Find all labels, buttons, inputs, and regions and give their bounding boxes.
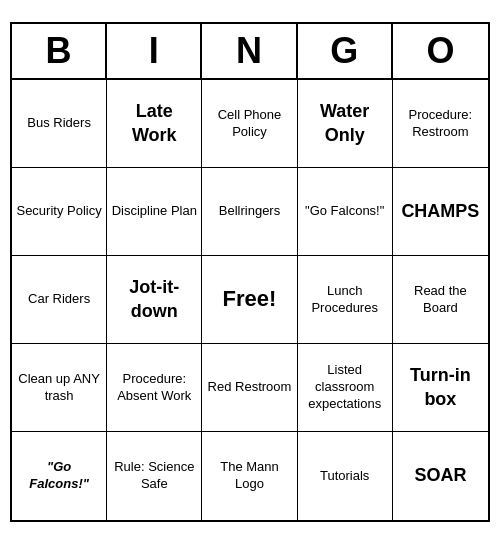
bingo-cell-24: SOAR — [393, 432, 488, 520]
bingo-cell-16: Procedure: Absent Work — [107, 344, 202, 432]
bingo-cell-6: Discipline Plan — [107, 168, 202, 256]
bingo-cell-0: Bus Riders — [12, 80, 107, 168]
bingo-cell-2: Cell Phone Policy — [202, 80, 297, 168]
bingo-cell-19: Turn-in box — [393, 344, 488, 432]
bingo-cell-13: Lunch Procedures — [298, 256, 393, 344]
bingo-cell-4: Procedure: Restroom — [393, 80, 488, 168]
bingo-cell-5: Security Policy — [12, 168, 107, 256]
bingo-letter: B — [12, 24, 107, 78]
bingo-cell-7: Bellringers — [202, 168, 297, 256]
bingo-letter: I — [107, 24, 202, 78]
bingo-letter: O — [393, 24, 488, 78]
bingo-card: BINGO Bus RidersLate WorkCell Phone Poli… — [10, 22, 490, 522]
bingo-cell-17: Red Restroom — [202, 344, 297, 432]
bingo-cell-11: Jot-it-down — [107, 256, 202, 344]
bingo-grid: Bus RidersLate WorkCell Phone PolicyWate… — [12, 80, 488, 520]
bingo-cell-18: Listed classroom expectations — [298, 344, 393, 432]
bingo-cell-20: "Go Falcons!" — [12, 432, 107, 520]
bingo-cell-3: Water Only — [298, 80, 393, 168]
bingo-cell-21: Rule: Science Safe — [107, 432, 202, 520]
bingo-cell-15: Clean up ANY trash — [12, 344, 107, 432]
bingo-letter: G — [298, 24, 393, 78]
bingo-cell-8: "Go Falcons!" — [298, 168, 393, 256]
bingo-cell-1: Late Work — [107, 80, 202, 168]
bingo-cell-14: Read the Board — [393, 256, 488, 344]
bingo-letter: N — [202, 24, 297, 78]
bingo-cell-10: Car Riders — [12, 256, 107, 344]
bingo-cell-22: The Mann Logo — [202, 432, 297, 520]
bingo-cell-12: Free! — [202, 256, 297, 344]
bingo-cell-9: CHAMPS — [393, 168, 488, 256]
bingo-header: BINGO — [12, 24, 488, 80]
bingo-cell-23: Tutorials — [298, 432, 393, 520]
